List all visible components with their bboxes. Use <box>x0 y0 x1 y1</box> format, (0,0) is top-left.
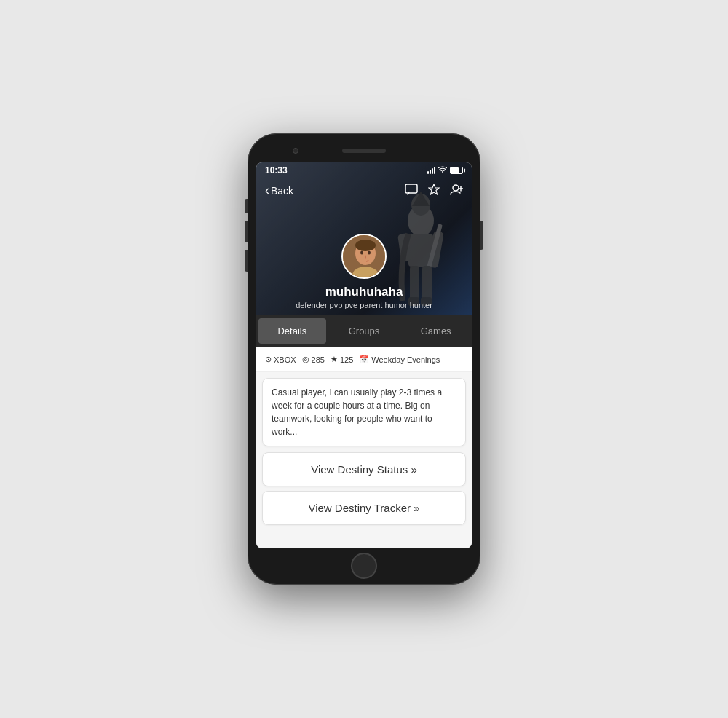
tab-details[interactable]: Details <box>258 318 326 344</box>
status-time: 10:33 <box>265 165 288 175</box>
home-button[interactable] <box>351 553 377 579</box>
status-bar: 10:33 <box>256 162 472 178</box>
mute-button <box>245 199 248 213</box>
back-chevron: ‹ <box>265 183 269 198</box>
svg-point-22 <box>368 251 371 255</box>
destiny-status-button[interactable]: View Destiny Status » <box>262 452 466 486</box>
level-value: 285 <box>312 355 325 364</box>
svg-point-21 <box>360 251 363 255</box>
platform-label: XBOX <box>274 355 296 364</box>
star-icon[interactable] <box>428 184 440 198</box>
user-info: muhuhuhaha defender pvp pve parent humor… <box>256 285 472 315</box>
level-icon: ◎ <box>302 355 309 364</box>
phone-top-bezel <box>256 142 472 159</box>
tab-groups[interactable]: Groups <box>331 318 398 344</box>
platform-stat: ⊙ XBOX <box>265 355 296 364</box>
svg-point-13 <box>453 185 459 191</box>
front-camera <box>293 148 298 154</box>
availability-stat: 📅 Weekday Evenings <box>359 355 440 364</box>
svg-rect-11 <box>405 184 417 193</box>
hero-section: 10:33 <box>256 162 472 315</box>
bio-box: Casual player, I can usually play 2-3 ti… <box>262 378 466 446</box>
add-friend-icon[interactable] <box>450 184 463 198</box>
volume-up-button <box>245 221 248 242</box>
battery-icon <box>450 167 463 174</box>
calendar-icon: 📅 <box>359 355 369 364</box>
xbox-icon: ⊙ <box>265 355 272 364</box>
power-button <box>480 221 483 250</box>
stars-icon: ★ <box>331 355 338 364</box>
svg-point-19 <box>355 240 376 251</box>
stars-value: 125 <box>340 355 353 364</box>
destiny-tracker-button[interactable]: View Destiny Tracker » <box>262 491 466 525</box>
bio-text: Casual player, I can usually play 2-3 ti… <box>272 387 442 437</box>
stars-stat: ★ 125 <box>331 355 353 364</box>
back-label: Back <box>271 185 293 197</box>
user-bio: defender pvp pve parent humor hunter <box>256 301 472 309</box>
svg-marker-12 <box>429 184 439 194</box>
content-area: ⊙ XBOX ◎ 285 ★ 125 📅 Weekday Evenings <box>256 347 472 548</box>
back-button[interactable]: ‹ Back <box>265 183 293 198</box>
avatar-container <box>341 234 387 279</box>
tab-bar: Details Groups Games <box>256 315 472 347</box>
username: muhuhuhaha <box>256 285 472 299</box>
phone-screen: 10:33 <box>256 162 472 548</box>
avatar <box>341 234 387 279</box>
level-stat: ◎ 285 <box>302 355 325 364</box>
status-icons <box>427 166 463 175</box>
destiny-status-label: View Destiny Status » <box>311 463 417 476</box>
nav-actions <box>405 184 463 198</box>
availability-label: Weekday Evenings <box>371 355 440 364</box>
phone-frame: 10:33 <box>248 133 480 585</box>
volume-down-button <box>245 250 248 272</box>
message-icon[interactable] <box>405 184 418 198</box>
earpiece-speaker <box>342 149 386 153</box>
destiny-tracker-label: View Destiny Tracker » <box>308 502 419 514</box>
tab-games[interactable]: Games <box>402 318 470 344</box>
navigation-bar: ‹ Back <box>256 178 472 202</box>
signal-icon <box>427 167 435 174</box>
svg-rect-23 <box>360 260 366 264</box>
wifi-icon <box>438 166 447 175</box>
stats-row: ⊙ XBOX ◎ 285 ★ 125 📅 Weekday Evenings <box>256 347 472 372</box>
